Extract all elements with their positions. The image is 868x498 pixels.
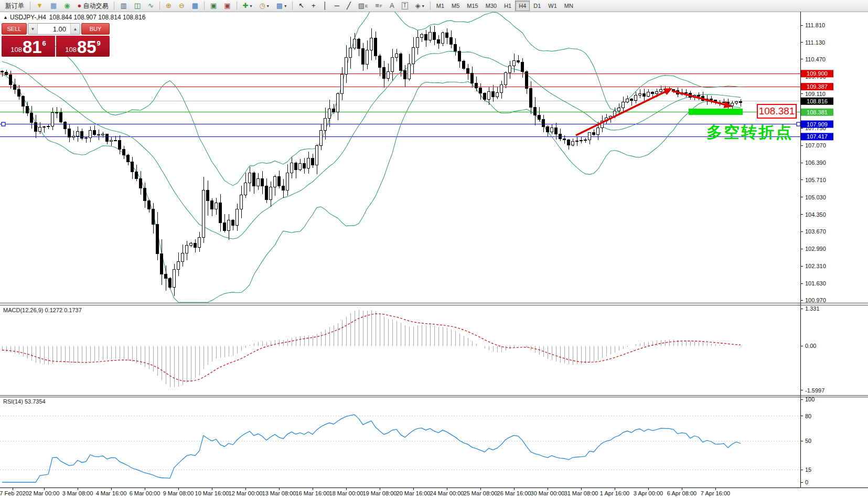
volume-decrease-button[interactable]: ▼ — [28, 24, 38, 34]
svg-text:6 Apr 08:00: 6 Apr 08:00 — [667, 490, 696, 496]
timeframe-button-w1[interactable]: W1 — [544, 1, 561, 11]
svg-text:105.030: 105.030 — [805, 194, 826, 200]
trend-arrow-2[interactable] — [672, 91, 730, 106]
chart-settings-icon[interactable]: ▩▾ — [273, 0, 290, 12]
horizontal-line-icon: ─ — [335, 1, 339, 11]
shapes-icon: ◈ — [415, 1, 421, 11]
svg-text:20 Mar 16:00: 20 Mar 16:00 — [397, 490, 431, 496]
vertical-line-icon: │ — [323, 1, 327, 11]
svg-text:107.417: 107.417 — [807, 133, 828, 140]
timeframe-button-m15[interactable]: M15 — [463, 1, 481, 11]
new-chart-icon: ✚ — [243, 1, 249, 11]
profiles-icon-dropdown[interactable]: ▾ — [267, 4, 269, 8]
svg-text:0: 0 — [805, 479, 808, 485]
tile-windows-icon[interactable]: ▦ — [189, 0, 201, 12]
timeframe-button-m5[interactable]: M5 — [448, 1, 463, 11]
text-icon[interactable]: A — [387, 0, 398, 12]
trendline-icon[interactable]: ╱ — [344, 0, 354, 12]
zoom-in-icon[interactable]: ⊕ — [163, 0, 175, 12]
charts-window-icon[interactable]: ▦ — [47, 0, 60, 12]
crosshair-icon: + — [312, 1, 316, 11]
candles — [1, 26, 742, 296]
text-label-icon: T — [402, 2, 408, 9]
shapes-icon-dropdown[interactable]: ▾ — [422, 4, 424, 8]
timeframe-button-m30[interactable]: M30 — [482, 1, 500, 11]
chart-settings-icon-dropdown[interactable]: ▾ — [284, 4, 286, 8]
new-chart-icon-dropdown[interactable]: ▾ — [250, 4, 252, 8]
svg-text:3 Mar 08:00: 3 Mar 08:00 — [62, 490, 93, 496]
svg-text:31 Mar 08:00: 31 Mar 08:00 — [564, 490, 598, 496]
svg-text:2 Mar 00:00: 2 Mar 00:00 — [29, 490, 60, 496]
timeframe-button-d1[interactable]: D1 — [530, 1, 544, 11]
svg-text:18 Mar 00:00: 18 Mar 00:00 — [329, 490, 363, 496]
signal-icon: ◉ — [64, 1, 70, 11]
svg-text:0.00: 0.00 — [805, 343, 816, 349]
rsi-label: RSI(14) 53.7354 — [3, 398, 46, 405]
support-zone-rectangle[interactable] — [689, 109, 743, 115]
volume-increase-button[interactable]: ▲ — [70, 24, 80, 34]
autotrading-button[interactable]: ●自动交易 — [74, 0, 112, 12]
candlestick-chart-icon[interactable]: ◫ — [131, 0, 144, 12]
profiles-icon[interactable]: ◷▾ — [256, 0, 272, 12]
timeframe-button-h1[interactable]: H1 — [500, 1, 515, 11]
new-chart-icon[interactable]: ✚▾ — [240, 0, 255, 12]
fibonacci-icon[interactable]: ≡F — [372, 0, 385, 12]
svg-text:4 Mar 16:00: 4 Mar 16:00 — [96, 490, 127, 496]
line-chart-icon[interactable]: ∿ — [145, 0, 157, 12]
symbol-ohlc-values: 108.844 108.907 108.814 108.816 — [49, 14, 146, 21]
svg-text:102.310: 102.310 — [805, 263, 826, 269]
shapes-icon[interactable]: ◈▾ — [412, 0, 427, 12]
time-axis[interactable]: 27 Feb 20202 Mar 00:003 Mar 08:004 Mar 1… — [0, 488, 730, 496]
svg-text:109.110: 109.110 — [805, 91, 826, 97]
buy-price-button[interactable]: 108 85 9 — [56, 36, 110, 57]
text-label-icon[interactable]: T — [399, 0, 411, 12]
fibonacci-icon: ≡ — [375, 1, 379, 11]
timeframe-button-h4[interactable]: H4 — [515, 1, 530, 11]
volume-input[interactable]: 1.00 — [38, 24, 70, 34]
toolbar-separator — [159, 2, 160, 10]
auto-arrange-icon[interactable]: ▣ — [207, 0, 220, 12]
text-icon: A — [390, 1, 394, 11]
sell-button[interactable]: SELL — [2, 23, 27, 35]
bar-chart-icon[interactable]: ▥ — [117, 0, 130, 12]
buy-button[interactable]: BUY — [81, 23, 110, 35]
collapse-panel-icon[interactable]: ▲ — [3, 15, 8, 20]
sell-price-button[interactable]: 108 81 6 — [2, 36, 55, 57]
price-axis[interactable]: 111.810111.130110.470109.790109.110107.7… — [800, 22, 833, 303]
track-chart-icon: ▣ — [224, 1, 230, 11]
timeframe-button-m1[interactable]: M1 — [433, 1, 448, 11]
cursor-icon[interactable]: ↖ — [295, 0, 307, 12]
zoom-out-icon[interactable]: ⊖ — [176, 0, 188, 12]
vertical-line-icon[interactable]: │ — [320, 0, 330, 12]
symbol-header: ▲ USDJPY-,H4 108.844 108.907 108.814 108… — [3, 14, 145, 21]
chart-canvas[interactable]: 111.810111.130110.470109.790109.110107.7… — [0, 12, 868, 498]
track-chart-icon[interactable]: ▣ — [221, 0, 233, 12]
crosshair-icon[interactable]: + — [308, 0, 319, 12]
zoom-out-icon: ⊖ — [179, 1, 185, 11]
line-handle[interactable] — [2, 122, 5, 126]
volume-stepper: ▼ 1.00 ▲ — [28, 23, 80, 35]
channel-icon[interactable]: ▨E — [355, 0, 371, 12]
signal-icon[interactable]: ◉ — [61, 0, 73, 12]
turning-point-annotation: 多空转折点 — [706, 122, 793, 143]
profiles-icon: ◷ — [260, 1, 265, 11]
svg-text:27 Feb 2020: 27 Feb 2020 — [0, 490, 29, 496]
cursor-icon: ↖ — [298, 1, 304, 11]
new-order-button[interactable]: 新订单 — [1, 0, 27, 12]
timeframe-button-mn[interactable]: MN — [561, 1, 577, 11]
trendline-icon: ╱ — [347, 1, 351, 11]
toolbar-separator — [292, 2, 293, 10]
svg-text:111.130: 111.130 — [805, 39, 825, 46]
price-callout-box[interactable]: 108.381 — [757, 104, 797, 119]
svg-text:109.900: 109.900 — [807, 70, 828, 77]
svg-text:16 Mar 16:00: 16 Mar 16:00 — [296, 490, 330, 496]
svg-text:103.670: 103.670 — [805, 228, 826, 235]
channel-icon: ▨ — [358, 1, 365, 11]
svg-text:107.909: 107.909 — [807, 121, 828, 128]
svg-text:10 Mar 16:00: 10 Mar 16:00 — [195, 490, 229, 496]
horizontal-line-icon[interactable]: ─ — [331, 0, 342, 12]
line-handle[interactable] — [797, 122, 800, 126]
svg-text:110.470: 110.470 — [805, 56, 826, 62]
sell-price-pips: 81 — [23, 38, 42, 56]
funnel-icon[interactable]: ▼ — [33, 0, 46, 12]
